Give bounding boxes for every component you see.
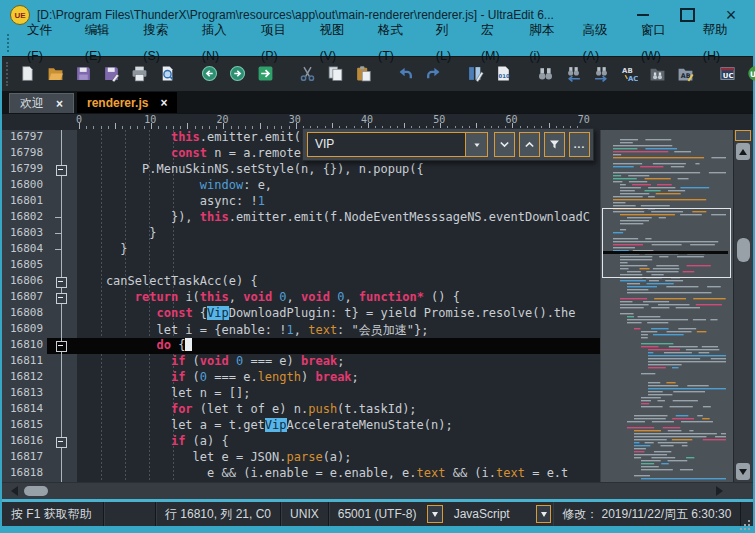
new-file-icon[interactable] xyxy=(19,65,37,83)
fold-margin[interactable] xyxy=(47,386,77,402)
fold-margin[interactable] xyxy=(47,274,77,290)
code-line-16812[interactable]: 16812 if (0 === e.length) break; xyxy=(2,370,600,386)
fold-margin[interactable] xyxy=(47,434,77,450)
code-text[interactable]: const {VipDownloadPlugin: t} = yield Pro… xyxy=(77,306,600,322)
search-input[interactable]: VIP xyxy=(307,132,488,157)
column-mode-icon[interactable] xyxy=(467,65,485,83)
copy-icon[interactable] xyxy=(327,65,345,83)
more-options-button[interactable]: ... xyxy=(569,132,590,157)
filter-button[interactable] xyxy=(544,132,565,157)
fold-margin[interactable] xyxy=(47,370,77,386)
save-icon[interactable] xyxy=(75,65,93,83)
find-icon[interactable] xyxy=(537,65,555,83)
paste-icon[interactable] xyxy=(355,65,373,83)
horizontal-scrollbar[interactable] xyxy=(2,482,753,499)
tab-welcome[interactable]: 欢迎 × xyxy=(9,93,74,113)
code-text[interactable]: if (a) { xyxy=(77,434,600,450)
menu-item-列L[interactable]: 列(L) xyxy=(427,17,472,69)
code-text[interactable]: if (void 0 === e) break; xyxy=(77,354,600,370)
fold-margin[interactable] xyxy=(47,210,77,226)
toolbar-grip[interactable] xyxy=(6,62,8,86)
fold-collapse-icon[interactable] xyxy=(56,165,67,176)
minimap-viewport[interactable] xyxy=(602,208,731,278)
code-line-16815[interactable]: 16815 let a = t.getVipAccelerateMenuStat… xyxy=(2,418,600,434)
fold-margin[interactable] xyxy=(47,226,77,242)
menu-item-编辑E[interactable]: 编辑(E) xyxy=(76,17,135,69)
undo-icon[interactable] xyxy=(397,65,415,83)
code-text[interactable]: canSelectTaskAcc(e) { xyxy=(77,274,600,290)
fold-margin[interactable] xyxy=(47,162,77,178)
scroll-down-button[interactable] xyxy=(736,463,750,480)
fold-margin[interactable] xyxy=(47,130,77,146)
code-text[interactable]: } xyxy=(77,242,600,258)
go-button-icon[interactable] xyxy=(257,65,275,83)
fold-margin[interactable] xyxy=(47,322,77,338)
tab-close-icon[interactable]: × xyxy=(160,96,167,110)
code-text[interactable]: return i(this, void 0, void 0, function*… xyxy=(77,290,600,306)
code-text[interactable]: async: !1 xyxy=(77,194,600,210)
find-next-icon[interactable] xyxy=(593,65,611,83)
tab-close-icon[interactable]: × xyxy=(56,97,63,111)
ultrafinder-icon[interactable]: UF xyxy=(747,65,755,83)
save-as-icon[interactable] xyxy=(103,65,121,83)
code-line-16818[interactable]: 16818 e && (i.enable = e.enable, e.text … xyxy=(2,466,600,482)
menu-item-宏M[interactable]: 宏(M) xyxy=(472,17,520,69)
code-line-16811[interactable]: 16811 if (void 0 === e) break; xyxy=(2,354,600,370)
horizontal-scroll-thumb[interactable] xyxy=(24,486,48,496)
fold-collapse-icon[interactable] xyxy=(56,277,67,288)
scroll-left-button[interactable] xyxy=(6,485,22,496)
fold-collapse-icon[interactable] xyxy=(56,437,67,448)
code-text[interactable]: let i = {enable: !1, text: "会员加速"}; xyxy=(77,322,600,338)
code-text[interactable]: let a = t.getVipAccelerateMenuState(n); xyxy=(77,418,600,434)
menu-grip[interactable] xyxy=(7,34,13,52)
menu-item-项目P[interactable]: 项目(P) xyxy=(252,17,311,69)
fold-margin[interactable] xyxy=(47,402,77,418)
code-line-16807[interactable]: 16807 return i(this, void 0, void 0, fun… xyxy=(2,290,600,306)
fold-collapse-icon[interactable] xyxy=(56,341,67,352)
find-next-button[interactable] xyxy=(494,132,515,157)
code-text[interactable] xyxy=(77,258,600,274)
ultracompare-icon[interactable]: UC xyxy=(719,65,737,83)
code-line-16805[interactable]: 16805 xyxy=(2,258,600,274)
menu-item-文件F[interactable]: 文件(F) xyxy=(18,17,76,69)
fold-margin[interactable] xyxy=(47,466,77,482)
menu-item-窗口W[interactable]: 窗口(W) xyxy=(632,17,694,69)
fold-margin[interactable] xyxy=(47,242,77,258)
cut-icon[interactable] xyxy=(299,65,317,83)
code-text[interactable]: } xyxy=(77,226,600,242)
menu-item-高级A[interactable]: 高级(A) xyxy=(573,17,632,69)
code-line-16806[interactable]: 16806 canSelectTaskAcc(e) { xyxy=(2,274,600,290)
find-in-files-icon[interactable] xyxy=(649,65,667,83)
replace-icon[interactable]: ABAC xyxy=(621,65,639,83)
code-line-16802[interactable]: 16802 }), this.emitter.emit(f.NodeEventM… xyxy=(2,210,600,226)
status-line-ending[interactable]: UNIX xyxy=(281,502,329,526)
fold-margin[interactable] xyxy=(47,178,77,194)
code-line-16808[interactable]: 16808 const {VipDownloadPlugin: t} = yie… xyxy=(2,306,600,322)
fold-margin[interactable] xyxy=(47,418,77,434)
code-text[interactable]: for (let t of e) n.push(t.taskId); xyxy=(77,402,600,418)
menu-item-搜索S[interactable]: 搜索(S) xyxy=(134,17,193,69)
open-file-icon[interactable] xyxy=(47,65,65,83)
hex-edit-icon[interactable]: 010 xyxy=(495,65,513,83)
find-prev-button[interactable] xyxy=(519,132,540,157)
vertical-scroll-thumb[interactable] xyxy=(737,238,750,262)
code-pane[interactable]: 16797 this.emitter.emit(16798 const n = … xyxy=(2,130,600,482)
fold-margin[interactable] xyxy=(47,450,77,466)
fold-collapse-icon[interactable] xyxy=(56,293,67,304)
fold-margin[interactable] xyxy=(47,338,77,354)
code-text[interactable]: window: e, xyxy=(77,178,600,194)
code-line-16803[interactable]: 16803 } xyxy=(2,226,600,242)
code-line-16804[interactable]: 16804 } xyxy=(2,242,600,258)
replace-in-files-icon[interactable]: AB xyxy=(677,65,695,83)
code-line-16814[interactable]: 16814 for (let t of e) n.push(t.taskId); xyxy=(2,402,600,418)
print-icon[interactable] xyxy=(131,65,149,83)
nav-back-icon[interactable] xyxy=(201,65,219,83)
status-language[interactable]: JavaScript xyxy=(445,502,534,526)
code-line-16800[interactable]: 16800 window: e, xyxy=(2,178,600,194)
fold-margin[interactable] xyxy=(47,258,77,274)
code-text[interactable]: let e = JSON.parse(a); xyxy=(77,450,600,466)
minimap[interactable] xyxy=(600,130,733,482)
fold-margin[interactable] xyxy=(47,306,77,322)
code-text[interactable]: e && (i.enable = e.enable, e.text && (i.… xyxy=(77,466,600,482)
scrollbar-top-box[interactable] xyxy=(735,130,751,141)
